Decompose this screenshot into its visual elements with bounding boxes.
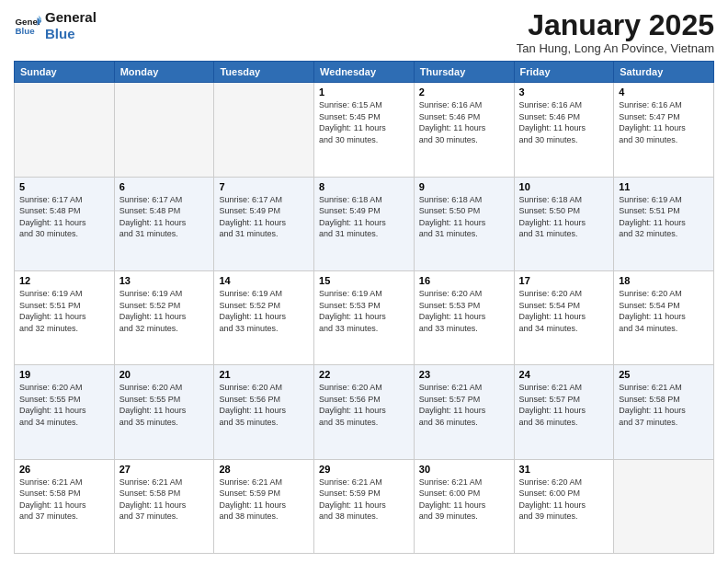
day-number: 15: [319, 275, 409, 286]
calendar-week-row: 12Sunrise: 6:19 AMSunset: 5:51 PMDayligh…: [15, 270, 714, 364]
day-number: 24: [519, 369, 609, 380]
day-info: Sunrise: 6:20 AMSunset: 5:55 PMDaylight:…: [19, 382, 109, 428]
day-info: Sunrise: 6:19 AMSunset: 5:52 PMDaylight:…: [119, 288, 210, 334]
day-info: Sunrise: 6:20 AMSunset: 5:54 PMDaylight:…: [519, 288, 609, 334]
calendar-day-cell: [114, 83, 214, 177]
calendar-day-cell: 11Sunrise: 6:19 AMSunset: 5:51 PMDayligh…: [614, 177, 714, 270]
day-number: 1: [319, 86, 409, 98]
day-number: 3: [519, 86, 609, 98]
day-info: Sunrise: 6:21 AMSunset: 5:58 PMDaylight:…: [119, 477, 210, 523]
day-info: Sunrise: 6:20 AMSunset: 5:53 PMDaylight:…: [419, 288, 509, 334]
day-info: Sunrise: 6:21 AMSunset: 5:59 PMDaylight:…: [219, 477, 309, 523]
calendar-table: SundayMondayTuesdayWednesdayThursdayFrid…: [14, 61, 714, 554]
logo-icon: General Blue: [14, 12, 41, 40]
calendar-week-row: 19Sunrise: 6:20 AMSunset: 5:55 PMDayligh…: [15, 365, 714, 459]
day-number: 8: [319, 181, 409, 192]
day-info: Sunrise: 6:18 AMSunset: 5:49 PMDaylight:…: [319, 194, 409, 240]
calendar-day-cell: [214, 83, 314, 177]
calendar-day-cell: 13Sunrise: 6:19 AMSunset: 5:52 PMDayligh…: [114, 270, 214, 364]
day-number: 10: [519, 181, 609, 192]
day-number: 23: [419, 369, 509, 380]
calendar-day-cell: 15Sunrise: 6:19 AMSunset: 5:53 PMDayligh…: [314, 270, 415, 364]
calendar-day-cell: 21Sunrise: 6:20 AMSunset: 5:56 PMDayligh…: [214, 365, 314, 459]
day-number: 29: [319, 464, 409, 475]
day-info: Sunrise: 6:20 AMSunset: 5:56 PMDaylight:…: [319, 382, 409, 428]
weekday-header: Wednesday: [314, 62, 415, 83]
calendar-day-cell: 1Sunrise: 6:15 AMSunset: 5:45 PMDaylight…: [314, 83, 415, 177]
day-info: Sunrise: 6:21 AMSunset: 5:59 PMDaylight:…: [319, 477, 409, 523]
logo: General Blue General Blue: [14, 9, 97, 42]
calendar-day-cell: 20Sunrise: 6:20 AMSunset: 5:55 PMDayligh…: [114, 365, 214, 459]
calendar-week-row: 5Sunrise: 6:17 AMSunset: 5:48 PMDaylight…: [15, 177, 714, 270]
day-info: Sunrise: 6:15 AMSunset: 5:45 PMDaylight:…: [319, 99, 409, 145]
day-number: 20: [119, 369, 210, 380]
day-number: 7: [219, 181, 309, 192]
day-info: Sunrise: 6:16 AMSunset: 5:47 PMDaylight:…: [619, 99, 709, 145]
day-number: 4: [619, 86, 709, 98]
logo-blue: Blue: [45, 26, 97, 42]
calendar-day-cell: 24Sunrise: 6:21 AMSunset: 5:57 PMDayligh…: [514, 365, 614, 459]
day-info: Sunrise: 6:21 AMSunset: 5:58 PMDaylight:…: [619, 382, 709, 428]
calendar-day-cell: [15, 83, 115, 177]
day-info: Sunrise: 6:18 AMSunset: 5:50 PMDaylight:…: [419, 194, 509, 240]
subtitle: Tan Hung, Long An Povince, Vietnam: [517, 41, 714, 55]
calendar-day-cell: 17Sunrise: 6:20 AMSunset: 5:54 PMDayligh…: [514, 270, 614, 364]
calendar-day-cell: 29Sunrise: 6:21 AMSunset: 5:59 PMDayligh…: [314, 459, 415, 553]
calendar-day-cell: 23Sunrise: 6:21 AMSunset: 5:57 PMDayligh…: [414, 365, 514, 459]
day-number: 19: [19, 369, 109, 380]
calendar-day-cell: 26Sunrise: 6:21 AMSunset: 5:58 PMDayligh…: [15, 459, 115, 553]
calendar-week-row: 1Sunrise: 6:15 AMSunset: 5:45 PMDaylight…: [15, 83, 714, 177]
calendar-day-cell: 8Sunrise: 6:18 AMSunset: 5:49 PMDaylight…: [314, 177, 415, 270]
day-number: 30: [419, 464, 509, 475]
day-info: Sunrise: 6:20 AMSunset: 5:55 PMDaylight:…: [119, 382, 210, 428]
day-number: 11: [619, 181, 709, 192]
calendar-day-cell: 9Sunrise: 6:18 AMSunset: 5:50 PMDaylight…: [414, 177, 514, 270]
calendar-day-cell: 3Sunrise: 6:16 AMSunset: 5:46 PMDaylight…: [514, 83, 614, 177]
day-number: 16: [419, 275, 509, 286]
day-number: 31: [519, 464, 609, 475]
day-info: Sunrise: 6:16 AMSunset: 5:46 PMDaylight:…: [519, 99, 609, 145]
day-info: Sunrise: 6:21 AMSunset: 5:58 PMDaylight:…: [19, 477, 109, 523]
weekday-header: Thursday: [414, 62, 514, 83]
calendar-day-cell: 10Sunrise: 6:18 AMSunset: 5:50 PMDayligh…: [514, 177, 614, 270]
svg-text:Blue: Blue: [16, 26, 36, 36]
day-info: Sunrise: 6:19 AMSunset: 5:52 PMDaylight:…: [219, 288, 309, 334]
calendar-day-cell: 27Sunrise: 6:21 AMSunset: 5:58 PMDayligh…: [114, 459, 214, 553]
day-number: 25: [619, 369, 709, 380]
calendar-header-row: SundayMondayTuesdayWednesdayThursdayFrid…: [15, 62, 714, 83]
calendar-week-row: 26Sunrise: 6:21 AMSunset: 5:58 PMDayligh…: [15, 459, 714, 553]
calendar-day-cell: [614, 459, 714, 553]
day-number: 14: [219, 275, 309, 286]
day-number: 12: [19, 275, 109, 286]
calendar-day-cell: 22Sunrise: 6:20 AMSunset: 5:56 PMDayligh…: [314, 365, 415, 459]
day-number: 18: [619, 275, 709, 286]
month-title: January 2025: [517, 9, 714, 41]
day-info: Sunrise: 6:17 AMSunset: 5:48 PMDaylight:…: [119, 194, 210, 240]
day-number: 5: [19, 181, 109, 192]
day-number: 17: [519, 275, 609, 286]
calendar-day-cell: 14Sunrise: 6:19 AMSunset: 5:52 PMDayligh…: [214, 270, 314, 364]
calendar-day-cell: 16Sunrise: 6:20 AMSunset: 5:53 PMDayligh…: [414, 270, 514, 364]
day-info: Sunrise: 6:21 AMSunset: 5:57 PMDaylight:…: [419, 382, 509, 428]
day-info: Sunrise: 6:20 AMSunset: 5:54 PMDaylight:…: [619, 288, 709, 334]
day-number: 26: [19, 464, 109, 475]
day-info: Sunrise: 6:17 AMSunset: 5:49 PMDaylight:…: [219, 194, 309, 240]
title-block: January 2025 Tan Hung, Long An Povince, …: [517, 9, 714, 55]
day-info: Sunrise: 6:21 AMSunset: 6:00 PMDaylight:…: [419, 477, 509, 523]
weekday-header: Sunday: [15, 62, 115, 83]
calendar-day-cell: 4Sunrise: 6:16 AMSunset: 5:47 PMDaylight…: [614, 83, 714, 177]
weekday-header: Friday: [514, 62, 614, 83]
day-info: Sunrise: 6:20 AMSunset: 5:56 PMDaylight:…: [219, 382, 309, 428]
day-info: Sunrise: 6:19 AMSunset: 5:51 PMDaylight:…: [19, 288, 109, 334]
day-number: 13: [119, 275, 210, 286]
day-info: Sunrise: 6:21 AMSunset: 5:57 PMDaylight:…: [519, 382, 609, 428]
day-number: 9: [419, 181, 509, 192]
calendar-day-cell: 25Sunrise: 6:21 AMSunset: 5:58 PMDayligh…: [614, 365, 714, 459]
day-info: Sunrise: 6:16 AMSunset: 5:46 PMDaylight:…: [419, 99, 509, 145]
day-number: 28: [219, 464, 309, 475]
day-info: Sunrise: 6:18 AMSunset: 5:50 PMDaylight:…: [519, 194, 609, 240]
day-info: Sunrise: 6:19 AMSunset: 5:51 PMDaylight:…: [619, 194, 709, 240]
day-info: Sunrise: 6:19 AMSunset: 5:53 PMDaylight:…: [319, 288, 409, 334]
day-number: 22: [319, 369, 409, 380]
page: General Blue General Blue January 2025 T…: [0, 0, 728, 563]
